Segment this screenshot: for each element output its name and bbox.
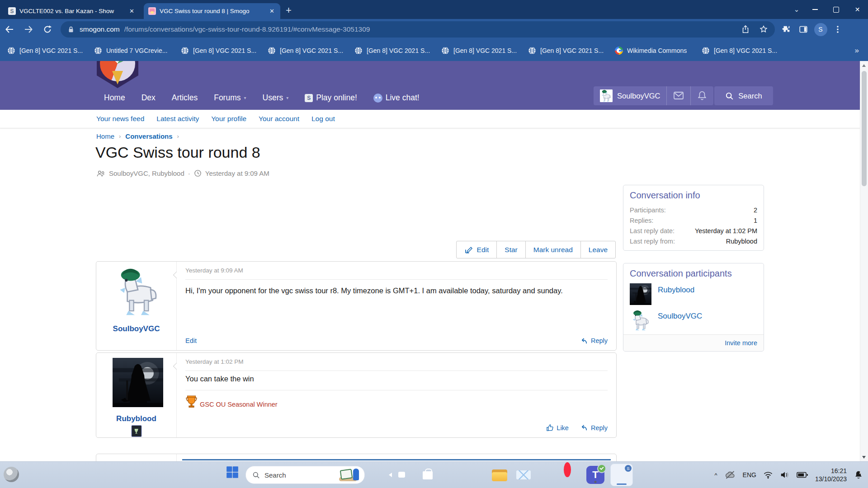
author-username[interactable]: Rubyblood xyxy=(96,414,176,423)
widget-panel-icon[interactable] xyxy=(371,466,389,484)
nav-home[interactable]: Home xyxy=(104,93,125,103)
bookmark-item[interactable]: [Gen 8] VGC 2021 S... xyxy=(268,47,354,55)
store-icon[interactable] xyxy=(419,466,437,484)
taskbar-search-box[interactable]: Search xyxy=(245,466,365,484)
bookmark-label: [Gen 8] VGC 2021 S... xyxy=(280,47,343,54)
message-timestamp[interactable]: Yesterday at 1:02 PM xyxy=(185,358,244,365)
avatar[interactable] xyxy=(113,267,163,317)
close-window-button[interactable]: ✕ xyxy=(847,0,868,19)
opera-icon[interactable] xyxy=(562,466,580,484)
address-bar[interactable]: smogon.com/forums/conversations/vgc-swis… xyxy=(61,21,775,38)
battery-icon[interactable] xyxy=(797,471,808,479)
tab-search-caret-icon[interactable]: ⌄ xyxy=(789,5,804,14)
participant-link[interactable]: SoulboyVGC xyxy=(658,312,702,321)
minimize-button[interactable] xyxy=(804,0,826,19)
nav-articles[interactable]: Articles xyxy=(172,93,198,103)
nav-live-chat[interactable]: Live chat! xyxy=(373,93,420,103)
reload-button[interactable] xyxy=(38,24,57,34)
share-icon[interactable] xyxy=(741,24,750,34)
close-tab-icon[interactable]: ✕ xyxy=(268,8,276,14)
alerts-button[interactable] xyxy=(691,86,713,105)
like-link[interactable]: Like xyxy=(546,424,569,432)
new-tab-button[interactable]: + xyxy=(286,5,292,16)
subnav-latest-activity[interactable]: Latest activity xyxy=(156,115,199,123)
breadcrumb-conversations[interactable]: Conversations xyxy=(125,132,172,140)
copilot-icon[interactable] xyxy=(443,466,461,484)
browser-menu-button[interactable] xyxy=(830,25,845,34)
bookmark-item[interactable]: [Gen 8] VGC 2021 S... xyxy=(181,47,268,55)
notification-bell-icon[interactable] xyxy=(854,469,863,480)
scroll-down-arrow[interactable] xyxy=(862,456,866,459)
volume-icon[interactable] xyxy=(780,470,790,479)
start-button[interactable] xyxy=(226,466,240,484)
bookmark-item[interactable]: [Gen 8] VGC 2021 S... xyxy=(528,47,615,55)
account-button[interactable]: SoulboyVGC xyxy=(594,86,666,105)
widgets-swirl-icon[interactable] xyxy=(4,467,19,482)
subnav-your-account[interactable]: Your account xyxy=(259,115,299,123)
trophy-badge-icon[interactable] xyxy=(131,425,142,437)
leave-button[interactable]: Leave xyxy=(580,241,616,258)
nav-play-online[interactable]: SPlay online! xyxy=(305,93,357,103)
nav-forums[interactable]: Forums▾ xyxy=(214,93,246,103)
maximize-button[interactable] xyxy=(826,0,847,19)
mail-icon[interactable] xyxy=(514,466,533,484)
chat-icon[interactable] xyxy=(395,466,413,484)
star-button[interactable]: Star xyxy=(496,241,525,258)
clock[interactable]: 16:21 13/10/2023 xyxy=(815,467,847,483)
edit-button[interactable]: Edit xyxy=(456,241,497,258)
last-reply-from-link[interactable]: Rubyblood xyxy=(726,236,757,247)
bookmark-item[interactable]: [Gen 8] VGC 2021 S... xyxy=(441,47,528,55)
inbox-button[interactable] xyxy=(667,86,690,105)
scroll-up-arrow[interactable] xyxy=(862,64,866,67)
chrome-active-icon[interactable]: S xyxy=(610,464,633,486)
subnav-your-profile[interactable]: Your profile xyxy=(211,115,246,123)
subnav-log-out[interactable]: Log out xyxy=(311,115,335,123)
participant-link[interactable]: Rubyblood xyxy=(658,286,694,295)
breadcrumb-home[interactable]: Home xyxy=(96,132,114,140)
reply-link[interactable]: Reply xyxy=(580,424,608,432)
mark-unread-button[interactable]: Mark unread xyxy=(525,241,581,258)
message-edit-link[interactable]: Edit xyxy=(185,337,197,344)
bookmark-item[interactable]: [Gen 8] VGC 2021 S... xyxy=(7,47,94,55)
message-timestamp[interactable]: Yesterday at 9:09 AM xyxy=(185,267,243,274)
browser-profile-button[interactable]: S xyxy=(813,23,828,36)
back-button[interactable] xyxy=(0,24,19,35)
tab-smogon-conversation[interactable]: VGC Swiss tour round 8 | Smogo ✕ xyxy=(144,3,280,19)
wifi-icon[interactable] xyxy=(763,471,773,479)
nav-users[interactable]: Users▾ xyxy=(263,93,289,103)
signature-text[interactable]: GSC OU Seasonal Winner xyxy=(200,401,278,408)
system-tray: ^ ENG 16:21 13/10/2023 xyxy=(714,462,863,488)
close-tab-icon[interactable]: ✕ xyxy=(128,8,136,14)
tray-chevron-icon[interactable]: ^ xyxy=(714,472,717,479)
message-reply-link[interactable]: Reply xyxy=(580,337,608,344)
bookmark-item[interactable]: [Gen 8] VGC 2021 S... xyxy=(702,47,788,55)
avatar[interactable] xyxy=(630,283,651,305)
page-scrollbar[interactable] xyxy=(860,61,868,462)
tab-showdown-battle[interactable]: S VGCLTE002 vs. Bar Kazan - Show ✕ xyxy=(4,3,140,19)
language-indicator[interactable]: ENG xyxy=(743,471,756,479)
avatar[interactable] xyxy=(630,310,651,331)
site-search-button[interactable]: Search xyxy=(714,86,773,105)
side-panel-button[interactable] xyxy=(796,24,811,34)
file-explorer-icon[interactable] xyxy=(491,466,509,484)
reply-editor[interactable] xyxy=(96,454,617,462)
avatar[interactable] xyxy=(113,358,163,407)
teams-icon[interactable]: T xyxy=(586,466,604,484)
author-username[interactable]: SoulboyVGC xyxy=(96,324,176,333)
bookmarks-overflow-chevron[interactable]: » xyxy=(855,46,859,55)
scrollbar-thumb[interactable] xyxy=(862,71,867,186)
bookmark-star-icon[interactable] xyxy=(759,24,769,34)
edge-icon[interactable] xyxy=(538,466,557,484)
forward-button[interactable] xyxy=(19,24,38,35)
bookmark-item-wikimedia[interactable]: Wikimedia Commons xyxy=(615,47,702,55)
bookmark-item[interactable]: Untitled 7 VGCrevie... xyxy=(94,47,181,55)
onedrive-paused-icon[interactable] xyxy=(724,470,736,480)
nav-dex[interactable]: Dex xyxy=(142,93,156,103)
subnav-news-feed[interactable]: Your news feed xyxy=(96,115,144,123)
bookmark-item[interactable]: [Gen 8] VGC 2021 S... xyxy=(354,47,441,55)
smogon-logo[interactable] xyxy=(97,61,138,88)
chrome-icon[interactable] xyxy=(467,466,485,484)
invite-more-link[interactable]: Invite more xyxy=(725,339,757,347)
extensions-button[interactable] xyxy=(778,24,794,34)
teams-status-badge xyxy=(597,464,606,473)
